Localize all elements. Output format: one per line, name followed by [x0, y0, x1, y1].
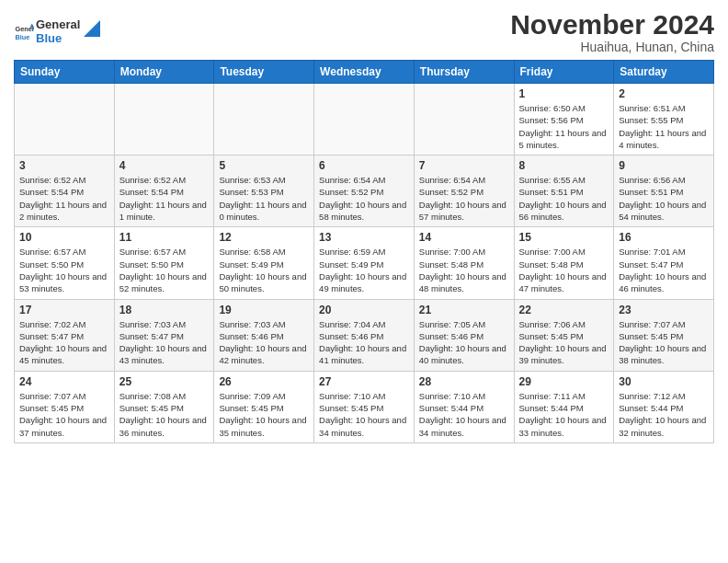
day-number: 12 [219, 231, 309, 244]
logo-triangle-icon [84, 20, 100, 37]
calendar-cell: 29Sunrise: 7:11 AMSunset: 5:44 PMDayligh… [514, 371, 614, 442]
calendar-cell: 21Sunrise: 7:05 AMSunset: 5:46 PMDayligh… [414, 299, 514, 371]
day-info: Sunrise: 7:00 AMSunset: 5:48 PMDaylight:… [419, 246, 509, 294]
calendar-week-row: 10Sunrise: 6:57 AMSunset: 5:50 PMDayligh… [15, 227, 714, 299]
day-info: Sunrise: 7:03 AMSunset: 5:46 PMDaylight:… [219, 318, 309, 367]
day-number: 27 [319, 375, 409, 388]
day-number: 22 [519, 304, 609, 316]
day-number: 13 [319, 231, 409, 244]
calendar-cell: 25Sunrise: 7:08 AMSunset: 5:45 PMDayligh… [114, 371, 214, 442]
day-info: Sunrise: 7:03 AMSunset: 5:47 PMDaylight:… [119, 318, 210, 367]
day-info: Sunrise: 7:07 AMSunset: 5:45 PMDaylight:… [19, 390, 109, 439]
calendar-cell [15, 84, 115, 155]
day-info: Sunrise: 7:08 AMSunset: 5:45 PMDaylight:… [119, 390, 210, 439]
day-info: Sunrise: 6:59 AMSunset: 5:49 PMDaylight:… [319, 246, 409, 294]
day-info: Sunrise: 7:11 AMSunset: 5:44 PMDaylight:… [519, 390, 609, 439]
weekday-saturday: Saturday [614, 61, 714, 84]
calendar-cell: 2Sunrise: 6:51 AMSunset: 5:55 PMDaylight… [614, 84, 714, 155]
calendar-cell: 5Sunrise: 6:53 AMSunset: 5:53 PMDaylight… [214, 155, 314, 227]
day-info: Sunrise: 7:10 AMSunset: 5:45 PMDaylight:… [319, 390, 409, 439]
day-number: 17 [19, 304, 109, 316]
calendar-cell: 23Sunrise: 7:07 AMSunset: 5:45 PMDayligh… [614, 299, 714, 371]
calendar-page: General Blue General Blue November 2024 … [0, 0, 728, 457]
day-info: Sunrise: 7:02 AMSunset: 5:47 PMDaylight:… [19, 318, 109, 367]
day-number: 8 [519, 159, 609, 172]
calendar-cell [314, 84, 415, 155]
day-number: 28 [419, 375, 509, 388]
calendar-cell: 14Sunrise: 7:00 AMSunset: 5:48 PMDayligh… [414, 227, 514, 299]
day-number: 7 [419, 159, 509, 172]
day-info: Sunrise: 6:56 AMSunset: 5:51 PMDaylight:… [619, 174, 709, 223]
logo: General Blue General Blue [14, 18, 100, 46]
calendar-cell: 7Sunrise: 6:54 AMSunset: 5:52 PMDaylight… [414, 155, 514, 227]
day-info: Sunrise: 6:51 AMSunset: 5:55 PMDaylight:… [619, 102, 709, 151]
calendar-cell: 28Sunrise: 7:10 AMSunset: 5:44 PMDayligh… [414, 371, 514, 442]
calendar-cell: 20Sunrise: 7:04 AMSunset: 5:46 PMDayligh… [314, 299, 415, 371]
day-info: Sunrise: 6:55 AMSunset: 5:51 PMDaylight:… [519, 174, 609, 223]
day-number: 16 [619, 231, 709, 244]
day-info: Sunrise: 6:54 AMSunset: 5:52 PMDaylight:… [319, 174, 409, 223]
day-number: 30 [619, 375, 709, 388]
day-number: 11 [119, 231, 210, 244]
day-info: Sunrise: 6:52 AMSunset: 5:54 PMDaylight:… [19, 174, 109, 223]
calendar-cell [414, 84, 514, 155]
day-info: Sunrise: 7:00 AMSunset: 5:48 PMDaylight:… [519, 246, 609, 294]
calendar-week-row: 17Sunrise: 7:02 AMSunset: 5:47 PMDayligh… [15, 299, 714, 371]
calendar-subtitle: Huaihua, Hunan, China [510, 40, 714, 54]
day-info: Sunrise: 7:10 AMSunset: 5:44 PMDaylight:… [419, 390, 509, 439]
day-number: 21 [419, 304, 509, 316]
day-number: 9 [619, 159, 709, 172]
day-number: 14 [419, 231, 509, 244]
calendar-cell: 13Sunrise: 6:59 AMSunset: 5:49 PMDayligh… [314, 227, 415, 299]
calendar-cell: 24Sunrise: 7:07 AMSunset: 5:45 PMDayligh… [15, 371, 115, 442]
day-number: 2 [619, 87, 709, 100]
calendar-week-row: 24Sunrise: 7:07 AMSunset: 5:45 PMDayligh… [15, 371, 714, 442]
calendar-cell: 19Sunrise: 7:03 AMSunset: 5:46 PMDayligh… [214, 299, 314, 371]
title-block: November 2024 Huaihua, Hunan, China [510, 9, 714, 54]
calendar-table: SundayMondayTuesdayWednesdayThursdayFrid… [14, 60, 714, 443]
calendar-cell: 9Sunrise: 6:56 AMSunset: 5:51 PMDaylight… [614, 155, 714, 227]
calendar-cell: 10Sunrise: 6:57 AMSunset: 5:50 PMDayligh… [15, 227, 115, 299]
day-number: 29 [519, 375, 609, 388]
weekday-thursday: Thursday [414, 61, 514, 84]
day-number: 5 [219, 159, 309, 172]
day-number: 3 [19, 159, 109, 172]
svg-marker-4 [84, 20, 100, 37]
day-info: Sunrise: 7:09 AMSunset: 5:45 PMDaylight:… [219, 390, 309, 439]
weekday-header-row: SundayMondayTuesdayWednesdayThursdayFrid… [15, 61, 714, 84]
calendar-cell: 18Sunrise: 7:03 AMSunset: 5:47 PMDayligh… [114, 299, 214, 371]
calendar-cell: 26Sunrise: 7:09 AMSunset: 5:45 PMDayligh… [214, 371, 314, 442]
day-number: 18 [119, 304, 210, 316]
day-info: Sunrise: 6:50 AMSunset: 5:56 PMDaylight:… [519, 102, 609, 151]
day-number: 24 [19, 375, 109, 388]
calendar-cell [214, 84, 314, 155]
header: General Blue General Blue November 2024 … [14, 9, 714, 54]
calendar-cell [114, 84, 214, 155]
day-info: Sunrise: 7:01 AMSunset: 5:47 PMDaylight:… [619, 246, 709, 294]
day-info: Sunrise: 7:05 AMSunset: 5:46 PMDaylight:… [419, 318, 509, 367]
weekday-sunday: Sunday [15, 61, 115, 84]
day-info: Sunrise: 7:06 AMSunset: 5:45 PMDaylight:… [519, 318, 609, 367]
day-info: Sunrise: 6:58 AMSunset: 5:49 PMDaylight:… [219, 246, 309, 294]
weekday-monday: Monday [114, 61, 214, 84]
day-info: Sunrise: 7:07 AMSunset: 5:45 PMDaylight:… [619, 318, 709, 367]
calendar-cell: 12Sunrise: 6:58 AMSunset: 5:49 PMDayligh… [214, 227, 314, 299]
day-number: 20 [319, 304, 409, 316]
calendar-cell: 6Sunrise: 6:54 AMSunset: 5:52 PMDaylight… [314, 155, 415, 227]
calendar-cell: 8Sunrise: 6:55 AMSunset: 5:51 PMDaylight… [514, 155, 614, 227]
day-number: 4 [119, 159, 210, 172]
day-info: Sunrise: 6:54 AMSunset: 5:52 PMDaylight:… [419, 174, 509, 223]
weekday-wednesday: Wednesday [314, 61, 415, 84]
calendar-cell: 27Sunrise: 7:10 AMSunset: 5:45 PMDayligh… [314, 371, 415, 442]
calendar-cell: 3Sunrise: 6:52 AMSunset: 5:54 PMDaylight… [15, 155, 115, 227]
day-number: 25 [119, 375, 210, 388]
logo-blue: Blue [36, 32, 80, 46]
weekday-tuesday: Tuesday [214, 61, 314, 84]
day-number: 15 [519, 231, 609, 244]
day-info: Sunrise: 6:57 AMSunset: 5:50 PMDaylight:… [19, 246, 109, 294]
day-info: Sunrise: 7:12 AMSunset: 5:44 PMDaylight:… [619, 390, 709, 439]
day-number: 26 [219, 375, 309, 388]
calendar-cell: 17Sunrise: 7:02 AMSunset: 5:47 PMDayligh… [15, 299, 115, 371]
day-number: 10 [19, 231, 109, 244]
logo-general: General [36, 18, 80, 32]
